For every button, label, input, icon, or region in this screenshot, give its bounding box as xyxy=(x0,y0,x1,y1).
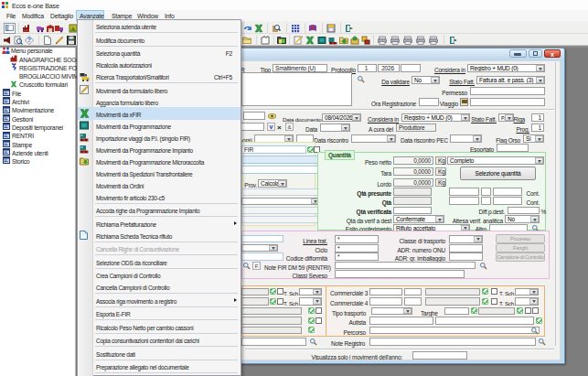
svg-text:?: ? xyxy=(27,37,31,43)
